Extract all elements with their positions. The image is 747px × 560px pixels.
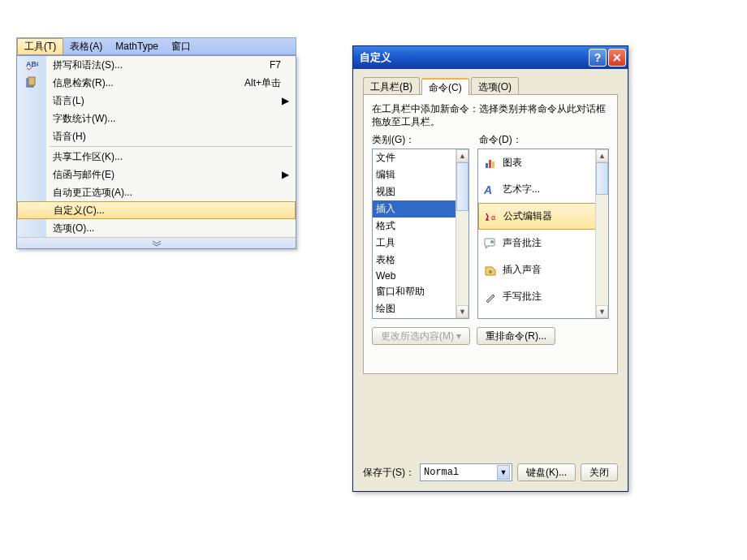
dropdown-arrow-icon[interactable]: ▼ xyxy=(497,465,510,480)
svg-rect-4 xyxy=(489,160,491,168)
list-item[interactable]: 表格 xyxy=(373,252,468,269)
list-item[interactable]: 格式 xyxy=(373,218,468,235)
svg-rect-3 xyxy=(486,163,488,168)
command-listbox[interactable]: 图表 A 艺术字... α 公式编辑器 声音批注 xyxy=(477,149,609,319)
menuitem-label: 语言(L) xyxy=(53,94,281,108)
dialog-title: 自定义 xyxy=(360,50,587,65)
command-item[interactable]: 插入声音 xyxy=(478,256,608,283)
command-item[interactable]: A 艺术字... xyxy=(478,176,608,203)
command-item-label: 公式编辑器 xyxy=(503,209,552,223)
command-item-label: 手写批注 xyxy=(503,290,542,304)
chevron-down-icon xyxy=(152,240,162,247)
command-item[interactable]: 图表 xyxy=(478,149,608,176)
close-button[interactable]: ✕ xyxy=(608,49,626,67)
save-in-label: 保存于(S)： xyxy=(363,466,415,480)
menuitem-spellcheck[interactable]: ABC 拼写和语法(S)... F7 xyxy=(17,56,296,74)
list-item[interactable]: 绘图 xyxy=(373,300,468,317)
wordart-icon: A xyxy=(481,183,499,196)
help-icon: ? xyxy=(594,51,602,64)
menuitem-options[interactable]: 选项(O)... xyxy=(17,219,296,237)
svg-point-10 xyxy=(489,270,492,274)
dropdown-arrow-icon: ▾ xyxy=(456,330,461,342)
command-item[interactable]: α 公式编辑器 xyxy=(478,203,608,230)
equation-icon: α xyxy=(482,210,500,223)
keyboard-button[interactable]: 键盘(K)... xyxy=(517,463,576,481)
scroll-thumb[interactable] xyxy=(456,162,468,211)
menuitem-label: 信息检索(R)... xyxy=(53,76,244,90)
spellcheck-icon: ABC xyxy=(25,58,38,73)
menuitem-language[interactable]: 语言(L) ▶ xyxy=(17,92,296,110)
scroll-up-icon[interactable]: ▲ xyxy=(596,149,608,162)
command-item-label: 艺术字... xyxy=(503,183,540,196)
scroll-thumb[interactable] xyxy=(596,162,608,195)
menu-expand[interactable] xyxy=(17,237,296,248)
save-in-value: Normal xyxy=(424,467,497,478)
modify-selection-button[interactable]: 更改所选内容(M) ▾ xyxy=(372,327,470,345)
help-button[interactable]: ? xyxy=(589,49,607,67)
tab-options[interactable]: 选项(O) xyxy=(471,77,519,94)
menu-table[interactable]: 表格(A) xyxy=(63,38,109,54)
scrollbar[interactable]: ▲ ▼ xyxy=(595,149,608,318)
save-in-combo[interactable]: Normal ▼ xyxy=(420,463,512,481)
menu-window[interactable]: 窗口 xyxy=(165,38,197,54)
list-item[interactable]: 自选图形 xyxy=(373,317,468,319)
tabpane-commands: 在工具栏中添加新命令：选择类别并将命令从此对话框拖放至工具栏。 类别(G)： 命… xyxy=(363,95,618,374)
svg-text:A: A xyxy=(484,183,492,196)
category-label: 类别(G)： xyxy=(372,133,479,147)
list-item[interactable]: 插入 xyxy=(373,200,468,218)
menuitem-research[interactable]: 信息检索(R)... Alt+单击 xyxy=(17,74,296,92)
menuitem-sharedworkspace[interactable]: 共享工作区(K)... xyxy=(17,148,296,166)
insert-sound-icon xyxy=(481,264,499,277)
list-item[interactable]: 工具 xyxy=(373,235,468,252)
menuitem-label: 选项(O)... xyxy=(53,222,281,235)
svg-rect-2 xyxy=(28,77,35,85)
list-item[interactable]: 窗口和帮助 xyxy=(373,283,468,300)
scroll-up-icon[interactable]: ▲ xyxy=(456,149,468,162)
menu-mathtype[interactable]: MathType xyxy=(109,38,165,54)
command-item-label: 插入声音 xyxy=(503,263,542,277)
list-item[interactable]: 视图 xyxy=(373,183,468,200)
close-icon: ✕ xyxy=(612,51,622,64)
menuitem-label: 语音(H) xyxy=(53,130,281,144)
ink-comment-icon xyxy=(481,291,499,304)
list-item[interactable]: 编辑 xyxy=(373,166,468,183)
command-label: 命令(D)： xyxy=(479,133,609,147)
rearrange-commands-button[interactable]: 重排命令(R)... xyxy=(477,327,555,345)
scroll-down-icon[interactable]: ▼ xyxy=(596,305,608,318)
tabbar: 工具栏(B) 命令(C) 选项(O) xyxy=(363,77,618,95)
menuitem-label: 信函与邮件(E) xyxy=(53,168,281,182)
menuitem-label: 字数统计(W)... xyxy=(53,112,281,126)
svg-point-9 xyxy=(490,240,494,243)
command-item[interactable]: 声音批注 xyxy=(478,230,608,256)
tab-toolbars[interactable]: 工具栏(B) xyxy=(363,77,420,94)
menubar: 工具(T) 表格(A) MathType 窗口 xyxy=(16,37,296,55)
command-item-label: 图表 xyxy=(503,156,522,170)
menuitem-label: 共享工作区(K)... xyxy=(53,150,281,164)
close-dialog-button[interactable]: 关闭 xyxy=(581,463,618,481)
menuitem-speech[interactable]: 语音(H) xyxy=(17,127,296,145)
submenu-arrow-icon: ▶ xyxy=(281,169,289,180)
command-item[interactable]: 手写批注 xyxy=(478,283,608,310)
list-item[interactable]: Web xyxy=(373,269,468,283)
chart-icon xyxy=(481,157,499,170)
command-item-label: 声音批注 xyxy=(503,236,542,250)
scrollbar[interactable]: ▲ ▼ xyxy=(456,149,468,318)
list-item[interactable]: 文件 xyxy=(373,149,468,166)
menuitem-wordcount[interactable]: 字数统计(W)... xyxy=(17,110,296,127)
menuitem-autocorrect[interactable]: 自动更正选项(A)... xyxy=(17,183,296,201)
help-text: 在工具栏中添加新命令：选择类别并将命令从此对话框拖放至工具栏。 xyxy=(372,103,609,128)
category-listbox[interactable]: 文件 编辑 视图 插入 格式 工具 表格 Web 窗口和帮助 绘图 自选图形 ▲ xyxy=(372,149,469,319)
menuitem-shortcut: F7 xyxy=(270,59,281,71)
menuitem-letters-mail[interactable]: 信函与邮件(E) ▶ xyxy=(17,166,296,183)
menuitem-shortcut: Alt+单击 xyxy=(244,76,281,90)
scroll-down-icon[interactable]: ▼ xyxy=(456,305,468,318)
svg-rect-5 xyxy=(492,162,494,168)
titlebar[interactable]: 自定义 ? ✕ xyxy=(353,46,628,69)
sound-comment-icon xyxy=(481,237,499,250)
submenu-arrow-icon: ▶ xyxy=(281,95,289,106)
svg-text:α: α xyxy=(491,213,495,222)
menu-tools[interactable]: 工具(T) xyxy=(17,38,63,54)
research-icon xyxy=(25,75,38,91)
menuitem-customize[interactable]: 自定义(C)... xyxy=(17,201,296,219)
tab-commands[interactable]: 命令(C) xyxy=(421,78,469,95)
